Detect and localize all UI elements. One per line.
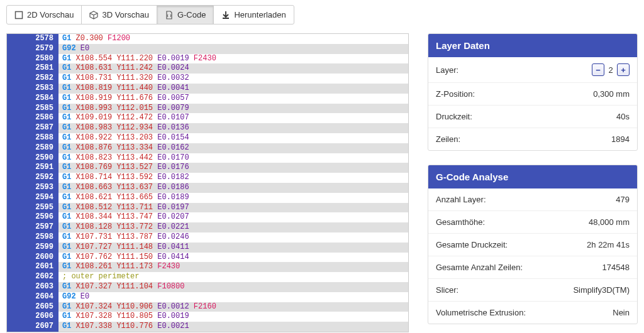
print-time-label: Druckzeit:: [436, 112, 472, 121]
line-content: G1 X108.631 Y111.242 E0.0024: [58, 63, 408, 74]
print-time-value: 40s: [616, 112, 630, 121]
line-number: 2597: [7, 222, 58, 232]
line-number: 2590: [7, 153, 58, 163]
cube-icon: [89, 11, 98, 19]
gcode-analyse-panel: G-Code Analyse Anzahl Layer: 479 Gesamth…: [428, 165, 638, 324]
square-icon: [14, 11, 23, 19]
line-content: G1 X108.823 Y113.442 E0.0170: [58, 153, 408, 163]
line-content: G1 X108.663 Y113.637 E0.0186: [58, 183, 408, 193]
tab-label: 3D Vorschau: [102, 10, 148, 19]
tab-gcode[interactable]: G-Code: [157, 5, 214, 25]
line-number: 2607: [7, 322, 58, 332]
panel-title: Layer Daten: [428, 34, 637, 57]
line-number: 2596: [7, 212, 58, 222]
total-time-label: Gesamte Druckzeit:: [436, 240, 508, 249]
tab-3d-preview[interactable]: 3D Vorschau: [81, 5, 157, 25]
line-number: 2580: [7, 54, 58, 64]
tab-label: Herunterladen: [234, 10, 286, 19]
line-content: G1 X107.328 Y110.805 E0.0019: [58, 312, 408, 322]
total-layers-label: Anzahl Layer:: [436, 195, 486, 204]
panel-title: G-Code Analyse: [428, 165, 637, 188]
code-line[interactable]: 2597G1 X108.128 Y113.772 E0.0221: [7, 222, 408, 232]
code-line[interactable]: 2602; outer perimeter: [7, 272, 408, 282]
code-line[interactable]: 2607G1 X107.338 Y110.776 E0.0021: [7, 322, 408, 332]
line-content: G1 X107.731 Y113.787 E0.0246: [58, 232, 408, 243]
code-line[interactable]: 2586G1 X109.019 Y112.472 E0.0107: [7, 113, 408, 123]
line-number: 2605: [7, 302, 58, 312]
line-content: G1 X108.621 Y113.665 E0.0189: [58, 193, 408, 203]
line-number: 2589: [7, 143, 58, 153]
line-number: 2579: [7, 44, 58, 54]
line-content: G1 X108.983 Y112.934 E0.0136: [58, 123, 408, 133]
code-line[interactable]: 2593G1 X108.663 Y113.637 E0.0186: [7, 183, 408, 193]
line-number: 2592: [7, 173, 58, 183]
line-content: G1 X108.714 Y113.592 E0.0182: [58, 173, 408, 183]
code-line[interactable]: 2580G1 X108.554 Y111.220 E0.0019 F2430: [7, 54, 408, 64]
layer-stepper: − 2 +: [592, 63, 630, 76]
code-line[interactable]: 2595G1 X108.512 Y113.711 E0.0197: [7, 203, 408, 213]
line-content: G1 X108.819 Y111.440 E0.0041: [58, 84, 408, 94]
code-line[interactable]: 2591G1 X108.769 Y113.527 E0.0176: [7, 163, 408, 173]
tab-download[interactable]: Herunterladen: [213, 5, 294, 25]
lines-label: Zeilen:: [436, 134, 460, 144]
code-line[interactable]: 2585G1 X108.993 Y112.015 E0.0079: [7, 104, 408, 114]
code-line[interactable]: 2581G1 X108.631 Y111.242 E0.0024: [7, 63, 408, 74]
volext-value: Nein: [613, 308, 630, 317]
line-number: 2586: [7, 113, 58, 123]
line-content: G1 X108.554 Y111.220 E0.0019 F2430: [58, 54, 408, 64]
svg-rect-0: [16, 11, 23, 18]
line-number: 2598: [7, 232, 58, 243]
volext-label: Volumetrische Extrusion:: [436, 308, 526, 317]
line-content: G92 E0: [58, 292, 408, 302]
total-layers-value: 479: [616, 195, 630, 204]
total-lines-label: Gesamte Anzahl Zeilen:: [436, 263, 523, 272]
tab-2d-preview[interactable]: 2D Vorschau: [6, 5, 82, 25]
layer-decrement-button[interactable]: −: [592, 63, 604, 76]
code-line[interactable]: 2605G1 X107.324 Y110.906 E0.0012 F2160: [7, 302, 408, 312]
total-height-label: Gesamthöhe:: [436, 217, 485, 227]
code-line[interactable]: 2584G1 X108.919 Y111.676 E0.0057: [7, 94, 408, 104]
code-line[interactable]: 2587G1 X108.983 Y112.934 E0.0136: [7, 123, 408, 133]
code-line[interactable]: 2592G1 X108.714 Y113.592 E0.0182: [7, 173, 408, 183]
file-code-icon: [165, 11, 174, 19]
line-content: G92 E0: [58, 44, 408, 54]
code-line[interactable]: 2579G92 E0: [7, 44, 408, 54]
line-number: 2591: [7, 163, 58, 173]
line-content: ; outer perimeter: [58, 272, 408, 282]
line-number: 2595: [7, 203, 58, 213]
line-number: 2578: [7, 34, 58, 44]
code-line[interactable]: 2589G1 X108.876 Y113.334 E0.0162: [7, 143, 408, 153]
total-time-value: 2h 22m 41s: [587, 240, 630, 249]
code-line[interactable]: 2594G1 X108.621 Y113.665 E0.0189: [7, 193, 408, 203]
line-content: G1 X108.344 Y113.747 E0.0207: [58, 212, 408, 222]
layer-increment-button[interactable]: +: [617, 63, 630, 76]
line-number: 2603: [7, 282, 58, 292]
layer-data-panel: Layer Daten Layer: − 2 + Z-Position: 0,3…: [428, 33, 638, 151]
code-line[interactable]: 2606G1 X107.328 Y110.805 E0.0019: [7, 312, 408, 322]
code-line[interactable]: 2582G1 X108.731 Y111.320 E0.0032: [7, 74, 408, 84]
code-line[interactable]: 2599G1 X107.727 Y111.148 E0.0411: [7, 243, 408, 253]
line-number: 2604: [7, 292, 58, 302]
line-content: G1 X107.324 Y110.906 E0.0012 F2160: [58, 302, 408, 312]
code-line[interactable]: 2588G1 X108.922 Y113.203 E0.0154: [7, 133, 408, 143]
line-number: 2593: [7, 183, 58, 193]
line-content: G1 X109.019 Y112.472 E0.0107: [58, 113, 408, 123]
line-number: 2582: [7, 74, 58, 84]
line-content: G1 X107.727 Y111.148 E0.0411: [58, 243, 408, 253]
code-line[interactable]: 2583G1 X108.819 Y111.440 E0.0041: [7, 84, 408, 94]
code-line[interactable]: 2590G1 X108.823 Y113.442 E0.0170: [7, 153, 408, 163]
gcode-viewer[interactable]: 2578G1 Z0.300 F12002579G92 E02580G1 X108…: [6, 33, 409, 332]
line-content: G1 X107.327 Y111.104 F10800: [58, 282, 408, 292]
line-number: 2606: [7, 312, 58, 322]
code-line[interactable]: 2578G1 Z0.300 F1200: [7, 34, 408, 44]
code-line[interactable]: 2603G1 X107.327 Y111.104 F10800: [7, 282, 408, 292]
code-line[interactable]: 2600G1 X107.762 Y111.150 E0.0414: [7, 253, 408, 263]
download-icon: [221, 11, 230, 19]
code-line[interactable]: 2601G1 X108.261 Y111.173 F2430: [7, 262, 408, 272]
line-number: 2600: [7, 253, 58, 263]
code-line[interactable]: 2596G1 X108.344 Y113.747 E0.0207: [7, 212, 408, 222]
line-number: 2583: [7, 84, 58, 94]
code-line[interactable]: 2604G92 E0: [7, 292, 408, 302]
code-line[interactable]: 2598G1 X107.731 Y113.787 E0.0246: [7, 232, 408, 243]
line-content: G1 X108.261 Y111.173 F2430: [58, 262, 408, 272]
